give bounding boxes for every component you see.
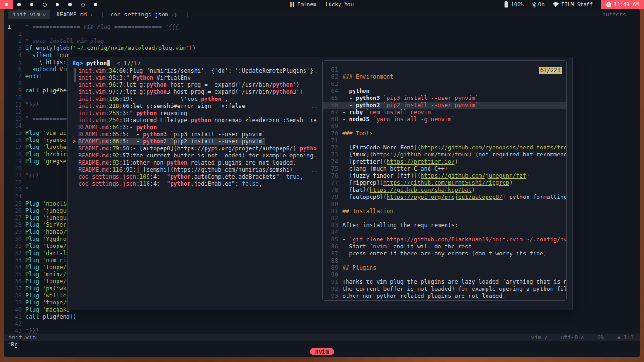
wifi-ssid: IIUM-Staff [561,1,593,8]
fzf-match-counter: 17/17 [124,60,140,66]
truncation-indicator: .. [311,117,318,124]
editor-line: 41call plug#end() [4,313,640,321]
line-number: 73 [326,151,338,158]
clock-icon [606,2,611,8]
fzf-result-row[interactable]: init.vim:254:18:autocmd FileType python … [68,117,322,124]
workspace-4[interactable] [38,0,51,9]
fzf-result-row[interactable]: README.md:116:93:| [semshi](https://gith… [68,166,322,173]
editor-line: 1 [4,31,640,38]
line-number: 6 [8,66,22,73]
preview-line: 87- press enter if there are any errors … [323,250,566,257]
workspace-5[interactable] [51,0,64,9]
battery-percent: 100% [511,1,524,8]
line-number: 86 [326,243,338,250]
workspace-2[interactable] [13,0,25,9]
line-number: 25 [8,200,22,207]
workspace-indicators[interactable] [0,0,102,9]
fzf-result-row[interactable]: README.md:93:11:other non python related… [68,159,322,166]
preview-line: 81## Installation [323,208,566,215]
fzf-result-row[interactable]: init.vim:96:7:let g:python_host_prog = e… [68,82,322,89]
workspace-1[interactable] [0,0,13,9]
fzf-result-row[interactable]: README.md:64:3:- python [68,124,322,131]
line-number: 19 [8,158,22,165]
preview-line: 93other non python related plugins are n… [323,293,566,300]
line-number: 83 [326,222,338,229]
editor-line: 2" auto-install vim-plug [4,38,640,45]
line-number: 37 [8,285,22,292]
workspace-6[interactable] [64,0,76,9]
preview-line: 71 [323,137,566,144]
preview-line: 65 - python3 `pip3 install --user pynvim… [323,95,566,102]
line-number: 17 [8,144,22,151]
line-number: 74 [326,158,338,165]
preview-lines: 6162### Environment6364- python65 - pyth… [323,66,566,300]
line-number: 12 [8,108,22,115]
fzf-result-row[interactable]: README.md:65:5: - python3 `pip3 install … [68,131,322,138]
fzf-query-input[interactable]: python [83,60,107,66]
preview-line: 73- [tmux](https://github.com/tmux/tmux)… [323,151,566,158]
fzf-result-row[interactable]: coc-settings.json:110:4: "python.jediEna… [68,181,322,188]
fzf-result-row[interactable]: init.vim:186:19: \'coc-python', [68,96,322,103]
preview-line: 62### Environment [323,74,566,81]
line-number: 15 [8,130,22,137]
line-number: 38 [8,292,22,299]
workspace-8[interactable] [89,0,102,9]
preview-line: 70### Tools [323,130,566,137]
selection-pointer-icon: > [73,138,76,145]
line-number: 71 [326,137,338,144]
truncation-indicator: .. [311,67,318,74]
line-number: 8 [8,80,22,87]
now-playing-title: Eminem – Lucky You [297,1,354,8]
workspace-3[interactable] [25,0,38,9]
preview-line: 66 - python2 `pip2 install --user pynvim… [323,102,566,109]
fzf-result-row[interactable]: init.vim:218:66:let g:semshi#error_sign … [68,103,322,110]
line-number: 66 [326,102,338,109]
workspace-7[interactable] [76,0,89,9]
line-number: 27 [8,214,22,222]
preview-line: 76- [fuzzy finder (fzf)](https://github.… [323,173,566,180]
line-number: 28 [8,222,22,229]
fzf-result-row[interactable]: README.md:92:57:the current buffer is no… [68,152,322,159]
line-number: 39 [8,299,22,306]
line-number: 61 [326,66,338,74]
fzf-prompt: Rg> [73,60,83,66]
markdown-down-icon: ↓ [90,11,93,18]
preview-line: 89## Plugins [323,264,566,272]
fzf-result-row[interactable]: >README.md:66:5: - python2 `pip2 install… [68,138,322,145]
nvim-notification-badge[interactable]: nvim [310,348,334,355]
preview-line: 88 [323,257,566,264]
fzf-result-row[interactable]: coc-settings.json:109:4: "python.autoCom… [68,173,322,181]
clock-module: 11:40 AM [601,0,644,9]
line-number: 14 [8,123,22,130]
tab-coc-settings-json[interactable]: coc-settings.json {} [106,10,182,19]
tab-init-vim[interactable]: init.vim ∨ [8,10,50,19]
line-number: 26 [8,207,22,214]
fzf-result-row[interactable]: init.vim:34:66:Plug 'numirias/semshi', {… [68,67,322,74]
tab-readme-md[interactable]: README.md ↓ [52,10,97,19]
line-number: 75 [326,165,338,173]
line-number: 34 [8,264,22,271]
line-number: 88 [326,257,338,264]
tab-label: init.vim [13,11,40,18]
fzf-result-row[interactable]: init.vim:95:3:" Python VirtualEnv [68,74,322,82]
pause-icon[interactable] [290,2,294,7]
fzf-result-row[interactable]: init.vim:97:7:let g:python3_host_prog = … [68,89,322,96]
fzf-counter-sep: < [117,60,120,66]
battery-icon [504,1,509,8]
clock-time: 11:40 AM [614,1,639,8]
fzf-rg-popup: Rg> python < 17/17 init.vim:34:66:Plug '… [67,57,573,310]
fzf-result-row[interactable]: README.md:79:50:- [autopep8](https://pyp… [68,145,322,152]
line-number: 79 [326,194,338,201]
tabline: init.vim ∨ README.md ↓ | coc-settings.js… [4,9,640,20]
fzf-result-row[interactable]: init.vim:253:3:" python renaming [68,110,322,117]
line-number: 80 [326,201,338,208]
preview-line: 91Thanks to vim-plug the plugins are laz… [323,279,566,286]
line-number: 9 [8,87,22,94]
line-number: 31 [8,243,22,250]
preview-line: 83After installing the requirements: [323,222,566,229]
preview-line: 74- [prettier](https://prettier.io/) [323,158,566,165]
line-number: 32 [8,250,22,257]
preview-line: 84 [323,229,566,236]
bluetooth-state: On [538,1,545,8]
editor-line: 3if empty(glob('~/.config/nvim/autoload/… [4,45,640,52]
